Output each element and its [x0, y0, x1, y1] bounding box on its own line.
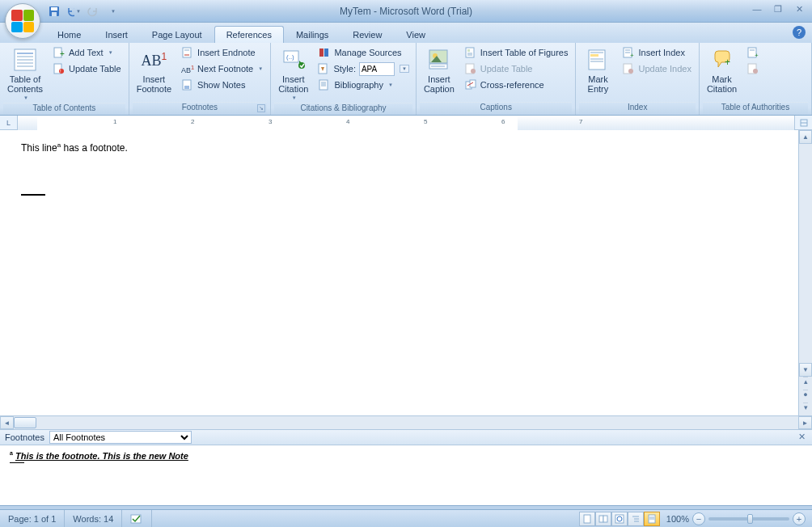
scroll-up-button[interactable]: ▲ [799, 130, 812, 144]
insert-index-icon: + [622, 46, 635, 59]
print-layout-view-button[interactable] [579, 512, 595, 526]
proofing-icon [130, 513, 143, 525]
group-label-toc: Table of Contents [3, 103, 125, 115]
body-text: This line [21, 142, 57, 154]
scroll-down-button[interactable]: ▼ [799, 363, 812, 377]
tab-references[interactable]: References [214, 26, 284, 43]
style-label: Style: [333, 64, 356, 74]
status-page[interactable]: Page: 1 of 1 [0, 510, 65, 527]
ruler-toggle-button[interactable] [794, 116, 812, 130]
mark-entry-button[interactable]: Mark Entry [579, 44, 616, 96]
table-of-contents-button[interactable]: Table of Contents▼ [3, 44, 47, 103]
tab-mailings[interactable]: Mailings [284, 26, 340, 43]
insert-citation-label: Insert Citation [278, 74, 308, 94]
footnote-pane-close-button[interactable]: ✕ [796, 432, 807, 443]
update-caption-table-button: Update Table [460, 61, 573, 77]
mark-citation-button[interactable]: + Mark Citation [703, 44, 741, 96]
window-controls: — ❐ ✕ [749, 3, 807, 15]
footnote-number: a [10, 450, 13, 456]
add-text-button[interactable]: +Add Text▼ [49, 44, 125, 61]
close-button[interactable]: ✕ [791, 3, 807, 15]
tab-view[interactable]: View [394, 26, 438, 43]
insert-tof-button[interactable]: Insert Table of Figures [460, 44, 573, 61]
update-table-button[interactable]: !Update Table [49, 61, 125, 77]
minimize-button[interactable]: — [749, 3, 765, 15]
status-bar: Page: 1 of 1 Words: 14 100% − + [0, 509, 812, 527]
group-toc: Table of Contents▼ +Add Text▼ !Update Ta… [0, 43, 129, 115]
insert-toa-icon: + [746, 46, 759, 59]
horizontal-ruler[interactable]: 1 2 3 4 5 6 7 [18, 116, 794, 130]
insert-caption-button[interactable]: Insert Caption [420, 44, 459, 96]
footnote-view-dropdown[interactable]: All Footnotes [49, 431, 192, 444]
update-index-button: Update Index [618, 61, 695, 77]
tab-selector[interactable]: L [0, 116, 18, 130]
bibliography-button[interactable]: Bibliography▼ [314, 77, 412, 93]
svg-text:+: + [630, 52, 634, 58]
cross-reference-button[interactable]: Cross-reference [460, 77, 573, 93]
next-page-button[interactable]: ▾ [803, 403, 807, 415]
group-index: Mark Entry +Insert Index Update Index In… [576, 43, 699, 115]
prev-page-button[interactable]: ▴ [803, 377, 807, 390]
draft-view-button[interactable] [644, 512, 660, 526]
insert-toa-button[interactable]: + [742, 44, 763, 61]
insert-footnote-button[interactable]: AB1 Insert Footnote [133, 44, 176, 96]
full-screen-reading-view-button[interactable] [595, 512, 611, 526]
svg-rect-34 [466, 48, 474, 57]
footnote-separator [21, 194, 45, 196]
mark-entry-icon [585, 47, 611, 73]
outline-view-button[interactable] [628, 512, 644, 526]
insert-index-button[interactable]: +Insert Index [618, 44, 695, 61]
style-combo[interactable] [359, 62, 395, 76]
hscroll-thumb[interactable] [14, 417, 36, 428]
insert-endnote-icon [181, 46, 194, 59]
scroll-right-button[interactable]: ► [798, 416, 812, 429]
web-layout-view-button[interactable] [611, 512, 628, 526]
zoom-thumb[interactable] [747, 514, 753, 524]
group-citations: (..) Insert Citation▼ Manage Sources Sty… [271, 43, 417, 115]
style-dropdown-button[interactable]: ▼ [400, 65, 409, 73]
qat-customize-button[interactable]: ▼ [105, 4, 120, 19]
group-label-citations: Citations & Bibliography [274, 103, 412, 115]
ribbon-tabs: Home Insert Page Layout References Maili… [0, 23, 812, 43]
svg-rect-2 [52, 12, 57, 16]
svg-rect-23 [319, 48, 324, 57]
status-words[interactable]: Words: 14 [65, 510, 122, 527]
toc-label: Table of Contents [7, 74, 43, 94]
update-toa-button [742, 61, 763, 77]
redo-button[interactable] [86, 4, 100, 19]
zoom-slider[interactable] [708, 517, 789, 521]
office-button[interactable] [5, 3, 40, 39]
insert-footnote-icon: AB1 [141, 47, 167, 73]
insert-endnote-button[interactable]: Insert Endnote [177, 44, 267, 61]
horizontal-scrollbar[interactable]: ◄ ► [0, 415, 812, 429]
hscroll-track[interactable] [14, 416, 798, 429]
undo-button[interactable]: ▼ [66, 4, 81, 19]
zoom-in-button[interactable]: + [793, 512, 806, 525]
document-body[interactable]: This linea has a footnote. [0, 130, 798, 415]
tab-review[interactable]: Review [340, 26, 394, 43]
svg-rect-35 [467, 49, 470, 52]
vertical-scrollbar[interactable]: ▲ ▼ ▴ ● ▾ [798, 130, 812, 415]
manage-sources-button[interactable]: Manage Sources [314, 44, 412, 61]
zoom-out-button[interactable]: − [692, 512, 705, 525]
footnotes-dialog-launcher[interactable]: ↘ [257, 104, 265, 112]
zoom-level[interactable]: 100% [666, 514, 689, 524]
mark-entry-label: Mark Entry [588, 74, 609, 94]
scroll-left-button[interactable]: ◄ [0, 416, 14, 429]
body-text-suffix: has a footnote. [61, 142, 128, 154]
show-notes-button[interactable]: Show Notes [177, 77, 267, 93]
status-proofing[interactable] [122, 510, 152, 527]
save-button[interactable] [47, 4, 61, 19]
footnote-pane[interactable]: a This is the footnote. This is the new … [0, 445, 812, 505]
svg-rect-64 [603, 516, 607, 522]
tab-home[interactable]: Home [45, 26, 93, 43]
tab-page-layout[interactable]: Page Layout [140, 26, 214, 43]
group-captions: Insert Caption Insert Table of Figures U… [417, 43, 577, 115]
restore-button[interactable]: ❐ [770, 3, 786, 15]
select-browse-object-button[interactable]: ● [803, 390, 807, 403]
insert-citation-button[interactable]: (..) Insert Citation▼ [274, 44, 312, 103]
tab-insert[interactable]: Insert [93, 26, 140, 43]
svg-rect-42 [589, 50, 605, 70]
next-footnote-button[interactable]: AB1Next Footnote▼ [177, 61, 267, 77]
help-button[interactable]: ? [793, 26, 806, 39]
